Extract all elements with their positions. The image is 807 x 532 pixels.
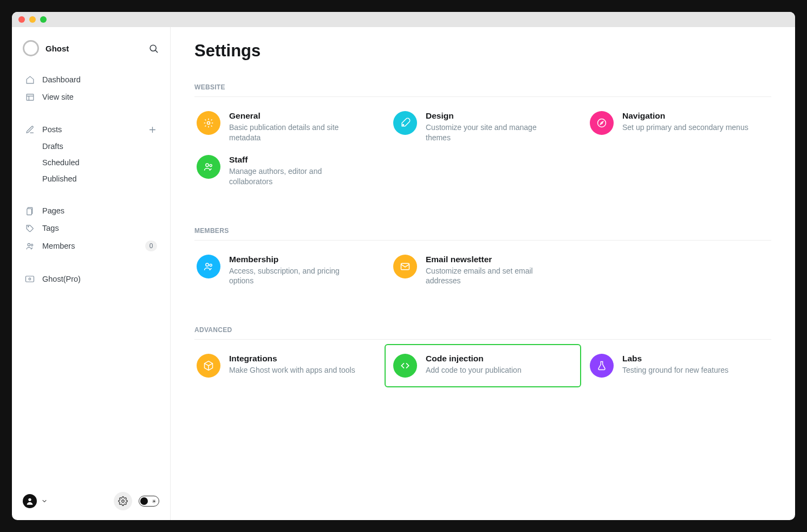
sidebar-item-label: Posts	[42, 125, 62, 134]
plus-icon	[148, 125, 157, 134]
window-zoom-button[interactable]	[40, 16, 47, 23]
card-email-newsletter[interactable]: Email newsletter Customize emails and se…	[391, 252, 575, 289]
svg-point-22	[206, 263, 209, 266]
section-members-cards: Membership Access, subscription, and pri…	[194, 252, 771, 289]
gear-icon	[197, 111, 220, 135]
tag-icon	[25, 223, 35, 233]
content-area: Ghost Dashboard View site	[12, 27, 795, 520]
members-icon	[197, 255, 220, 278]
chevron-down-icon	[41, 498, 48, 504]
sidebar-header: Ghost	[23, 40, 159, 56]
gear-icon	[118, 496, 128, 506]
box-icon	[197, 354, 220, 378]
card-title: Navigation	[622, 111, 749, 121]
card-membership[interactable]: Membership Access, subscription, and pri…	[194, 252, 378, 289]
card-desc: Make Ghost work with apps and tools	[229, 365, 355, 375]
brand-name: Ghost	[45, 44, 69, 53]
people-icon	[197, 155, 220, 179]
compass-icon	[590, 111, 614, 135]
card-desc: Basic publication details and site metad…	[229, 122, 365, 143]
theme-toggle[interactable]: ☀	[139, 496, 159, 507]
mail-icon	[393, 255, 417, 278]
flask-icon	[590, 354, 614, 378]
svg-point-16	[207, 122, 210, 125]
layout-icon	[25, 92, 35, 102]
window-close-button[interactable]	[18, 16, 25, 23]
card-title: Code injection	[426, 354, 522, 364]
sidebar-item-label: Drafts	[42, 142, 63, 151]
new-post-button[interactable]	[148, 125, 157, 134]
card-design[interactable]: Design Customize your site and manage th…	[391, 109, 575, 145]
pages-icon	[25, 206, 35, 216]
section-label-website: WEBSITE	[194, 83, 771, 97]
window-minimize-button[interactable]	[29, 16, 36, 23]
user-menu-button[interactable]	[23, 494, 48, 508]
card-title: Design	[426, 111, 561, 121]
card-desc: Set up primary and secondary menus	[622, 122, 749, 133]
svg-line-1	[155, 50, 158, 53]
svg-point-9	[28, 226, 28, 226]
card-desc: Customize emails and set email addresses	[426, 266, 561, 287]
sidebar-item-drafts[interactable]: Drafts	[23, 139, 159, 154]
sidebar-item-dashboard[interactable]: Dashboard	[23, 72, 159, 88]
card-desc: Customize your site and manage themes	[426, 122, 561, 143]
billing-icon	[25, 274, 35, 284]
sidebar-item-label: View site	[42, 93, 74, 101]
brand[interactable]: Ghost	[23, 40, 69, 56]
svg-point-10	[28, 243, 30, 246]
card-title: Staff	[229, 155, 365, 165]
brand-logo	[23, 40, 39, 56]
app-window: Ghost Dashboard View site	[12, 12, 795, 520]
svg-point-11	[31, 244, 32, 245]
sidebar-item-scheduled[interactable]: Scheduled	[23, 155, 159, 170]
members-count-badge: 0	[145, 241, 157, 251]
card-desc: Testing ground for new features	[622, 365, 728, 375]
sidebar-item-pages[interactable]: Pages	[23, 203, 159, 219]
search-icon	[148, 43, 159, 54]
sidebar-item-label: Ghost(Pro)	[42, 275, 81, 283]
card-labs[interactable]: Labs Testing ground for new features	[588, 352, 771, 380]
sidebar-item-ghost-pro[interactable]: Ghost(Pro)	[23, 271, 159, 287]
card-integrations[interactable]: Integrations Make Ghost work with apps a…	[194, 352, 378, 380]
sidebar-nav: Dashboard View site Pos	[23, 72, 159, 287]
sidebar-item-label: Tags	[42, 224, 59, 232]
card-desc: Add code to your publication	[426, 365, 522, 375]
svg-point-18	[598, 119, 606, 127]
sidebar-item-label: Pages	[42, 206, 64, 215]
section-label-advanced: ADVANCED	[194, 326, 771, 340]
settings-button[interactable]	[114, 492, 132, 510]
card-desc: Access, subscription, and pricing option…	[229, 266, 365, 287]
section-advanced-cards: Integrations Make Ghost work with apps a…	[194, 352, 771, 380]
svg-point-13	[29, 278, 31, 280]
card-navigation[interactable]: Navigation Set up primary and secondary …	[588, 109, 771, 145]
card-general[interactable]: General Basic publication details and si…	[194, 109, 378, 145]
sidebar-item-members[interactable]: Members 0	[23, 237, 159, 255]
palette-icon	[393, 111, 417, 135]
sidebar-item-label: Members	[42, 242, 75, 250]
sidebar-item-posts[interactable]: Posts	[23, 121, 159, 138]
svg-rect-12	[26, 276, 34, 282]
main-panel: Settings WEBSITE General Basic publicati…	[171, 27, 795, 520]
sidebar-footer: ☀	[23, 483, 159, 510]
mac-titlebar	[12, 12, 795, 27]
sun-icon: ☀	[152, 498, 157, 504]
card-title: Email newsletter	[426, 255, 561, 264]
svg-point-17	[403, 125, 404, 126]
sidebar-item-view-site[interactable]: View site	[23, 89, 159, 105]
avatar	[23, 494, 37, 508]
card-staff[interactable]: Staff Manage authors, editor and collabo…	[194, 153, 378, 189]
svg-marker-19	[601, 122, 603, 125]
sidebar-item-tags[interactable]: Tags	[23, 220, 159, 236]
card-code-injection[interactable]: Code injection Add code to your publicat…	[385, 344, 581, 387]
card-desc: Manage authors, editor and collaborators	[229, 166, 365, 187]
members-icon	[25, 241, 35, 251]
svg-point-15	[122, 500, 125, 503]
card-title: Integrations	[229, 354, 355, 364]
search-button[interactable]	[147, 42, 159, 54]
sidebar: Ghost Dashboard View site	[12, 27, 171, 520]
sidebar-item-published[interactable]: Published	[23, 171, 159, 186]
section-label-members: MEMBERS	[194, 227, 771, 241]
svg-point-20	[206, 164, 209, 166]
card-title: General	[229, 111, 365, 121]
user-icon	[25, 497, 34, 505]
